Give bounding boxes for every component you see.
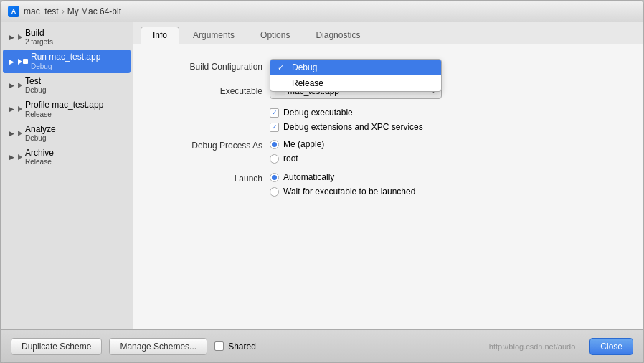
build-config-option-debug[interactable]: ✓ Debug <box>270 60 441 75</box>
expand-arrow-build: ▶ <box>7 33 16 42</box>
build-name: Build <box>25 28 53 38</box>
shared-checkbox[interactable] <box>214 341 224 351</box>
debug-exe-checkbox[interactable]: ✓ <box>270 108 279 118</box>
title-separator: › <box>62 6 65 16</box>
debug-process-row: Debug Process As Me (apple) root <box>155 139 622 164</box>
launch-wait-row: Wait for executable to be launched <box>270 187 622 197</box>
analyze-sub: Debug <box>25 134 56 143</box>
bottom-bar: Duplicate Scheme Manage Schemes... Share… <box>1 329 643 362</box>
sidebar-item-profile[interactable]: ▶ Profile mac_test.app Release <box>3 98 131 121</box>
debug-process-label: Debug Process As <box>155 139 270 151</box>
sidebar-item-test[interactable]: ▶ Test Debug <box>3 74 131 97</box>
sidebar-item-archive[interactable]: ▶ Archive Release <box>3 146 131 169</box>
debug-process-me-radio[interactable] <box>270 140 279 149</box>
debug-ext-row: ✓ Debug extensions and XPC services <box>155 122 622 132</box>
title-bar-text: mac_test › My Mac 64-bit <box>24 6 121 16</box>
sidebar-item-build[interactable]: ▶ Build 2 targets <box>3 26 131 49</box>
analyze-text: Analyze Debug <box>25 124 56 143</box>
build-config-label: Build Configuration <box>155 62 270 72</box>
content-area: ▶ Build 2 targets ▶ Run mac_test.app <box>1 22 643 329</box>
tabs-bar: Info Arguments Options Diagnostics <box>133 22 643 44</box>
test-icons <box>18 82 22 88</box>
main-panel: Info Arguments Options Diagnostics Build… <box>133 22 643 329</box>
analyze-name: Analyze <box>25 124 56 134</box>
launch-radio-group: Automatically Wait for executable to be … <box>270 172 622 197</box>
debug-ext-label: Debug extensions and XPC services <box>283 122 423 132</box>
build-config-menu: ✓ Debug Release <box>270 59 442 92</box>
profile-text: Profile mac_test.app Release <box>25 100 103 118</box>
play-icon <box>18 34 22 40</box>
title-bar: A mac_test › My Mac 64-bit <box>1 1 643 22</box>
xcode-icon: A <box>8 6 19 17</box>
test-sub: Debug <box>25 86 46 95</box>
expand-arrow-test: ▶ <box>7 81 16 90</box>
archive-name: Archive <box>25 148 54 158</box>
debug-label: Debug <box>292 62 317 72</box>
run-name: Run mac_test.app <box>31 52 100 62</box>
expand-arrow-run: ▶ <box>7 57 16 66</box>
test-name: Test <box>25 76 46 86</box>
build-config-row: Build Configuration Debug ▼ ✓ <box>155 59 622 75</box>
target-name: My Mac 64-bit <box>67 6 121 16</box>
play-icon-test <box>18 82 22 88</box>
shared-label: Shared <box>228 341 256 352</box>
tab-diagnostics[interactable]: Diagnostics <box>303 27 372 44</box>
launch-row: Launch Automatically Wait for executable… <box>155 172 622 197</box>
launch-auto-radio[interactable] <box>270 173 279 182</box>
watermark-text: http://blog.csdn.net/audo <box>489 342 575 351</box>
main-window: A mac_test › My Mac 64-bit ▶ Build 2 tar… <box>0 0 644 363</box>
tab-arguments[interactable]: Arguments <box>181 27 247 44</box>
executable-label: Executable <box>155 86 270 96</box>
profile-sub: Release <box>25 110 103 119</box>
expand-arrow-archive: ▶ <box>7 153 16 161</box>
debug-process-radio-group: Me (apple) root <box>270 139 622 164</box>
tab-options[interactable]: Options <box>248 27 302 44</box>
launch-wait-radio[interactable] <box>270 187 279 197</box>
stop-icon-run <box>23 59 28 64</box>
duplicate-scheme-button[interactable]: Duplicate Scheme <box>11 338 102 355</box>
test-text: Test Debug <box>25 76 46 95</box>
play-icon-profile <box>18 106 22 112</box>
build-config-option-release[interactable]: Release <box>270 75 441 91</box>
form-area: Build Configuration Debug ▼ ✓ <box>133 44 643 329</box>
shared-area: Shared <box>214 341 256 352</box>
launch-control: Automatically Wait for executable to be … <box>270 172 622 197</box>
debug-ext-checkbox[interactable]: ✓ <box>270 123 279 132</box>
debug-process-me-label: Me (apple) <box>283 139 324 149</box>
analyze-icons <box>18 131 22 136</box>
manage-schemes-button[interactable]: Manage Schemes... <box>109 338 207 355</box>
sidebar-item-analyze[interactable]: ▶ Analyze Debug <box>3 122 131 145</box>
tab-info[interactable]: Info <box>141 27 179 44</box>
archive-icons <box>18 154 22 160</box>
build-text: Build 2 targets <box>25 28 53 47</box>
app-name: mac_test <box>24 6 59 16</box>
build-config-dropdown-container: Debug ▼ ✓ Debug <box>270 59 442 75</box>
expand-arrow-analyze: ▶ <box>7 129 16 138</box>
run-text: Run mac_test.app Debug <box>31 52 100 70</box>
debug-exe-row: ✓ Debug executable <box>155 108 622 118</box>
debug-process-me-row: Me (apple) <box>270 139 622 149</box>
play-icon-analyze <box>18 131 22 136</box>
launch-auto-label: Automatically <box>283 172 334 182</box>
profile-icons <box>18 106 22 112</box>
profile-name: Profile mac_test.app <box>25 100 103 110</box>
debug-process-root-radio[interactable] <box>270 154 279 164</box>
archive-sub: Release <box>25 158 54 166</box>
debug-process-root-label: root <box>283 154 298 164</box>
debug-exe-label: Debug executable <box>283 108 353 118</box>
run-sub: Debug <box>31 62 100 71</box>
archive-text: Archive Release <box>25 148 54 166</box>
expand-arrow-profile: ▶ <box>7 105 16 113</box>
release-label: Release <box>292 78 323 88</box>
debug-process-control: Me (apple) root <box>270 139 622 164</box>
play-icon-run <box>18 59 22 65</box>
sidebar-item-run[interactable]: ▶ Run mac_test.app Debug <box>3 50 131 72</box>
check-debug: ✓ <box>278 63 288 72</box>
run-icons <box>18 59 28 65</box>
launch-auto-row: Automatically <box>270 172 622 182</box>
sidebar: ▶ Build 2 targets ▶ Run mac_test.app <box>1 22 133 329</box>
launch-wait-label: Wait for executable to be launched <box>283 187 415 197</box>
launch-label: Launch <box>155 172 270 184</box>
play-icon-archive <box>18 154 22 160</box>
close-button[interactable]: Close <box>589 338 633 355</box>
